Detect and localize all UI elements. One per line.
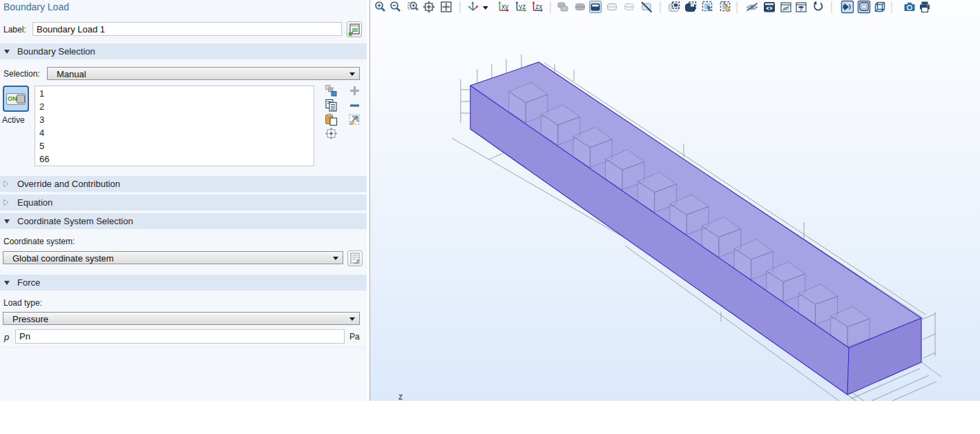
svg-text:zx: zx bbox=[535, 3, 542, 10]
svg-text:z: z bbox=[398, 392, 403, 401]
svg-text:yz: yz bbox=[519, 3, 526, 10]
svg-text:xy: xy bbox=[501, 3, 508, 10]
